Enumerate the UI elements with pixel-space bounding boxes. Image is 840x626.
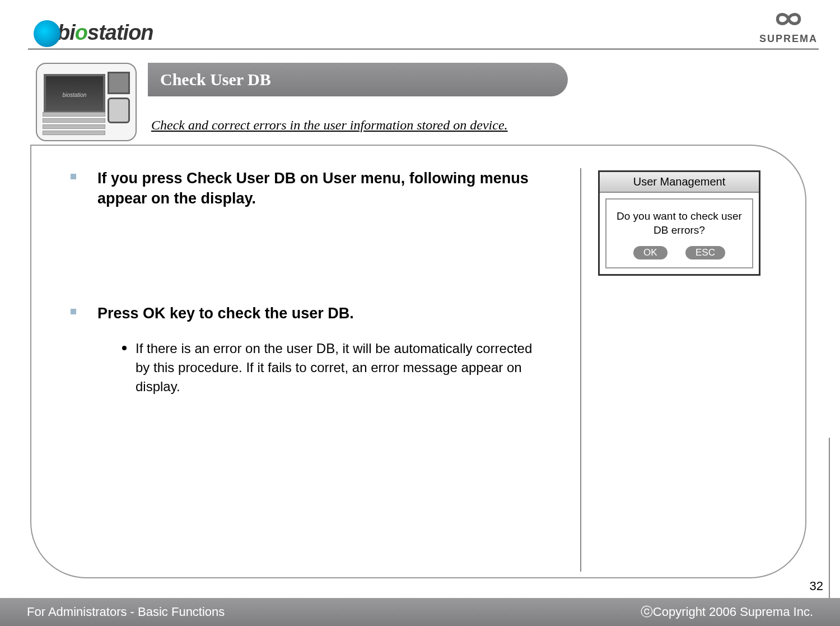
dot-bullet-icon [122, 346, 127, 350]
sub-bullet-2-1-text: If there is an error on the user DB, it … [136, 339, 541, 396]
dialog-title: User Management [600, 172, 759, 193]
logo-part-green: o [75, 21, 87, 44]
bullet-2: Press OK key to check the user DB. [71, 303, 541, 323]
dialog-message: Do you want to check user DB errors? [611, 210, 748, 237]
infinity-icon [767, 8, 810, 30]
suprema-logo: SUPREMA [759, 8, 818, 45]
content-box: If you press Check User DB on User menu,… [30, 145, 806, 578]
vertical-divider [580, 168, 581, 572]
page-number-divider [829, 438, 830, 598]
square-bullet-icon [71, 309, 76, 314]
left-column: If you press Check User DB on User menu,… [71, 168, 563, 555]
page-title: Check User DB [148, 63, 568, 96]
square-bullet-icon [71, 174, 76, 179]
swirl-icon [34, 20, 60, 47]
footer: For Administrators - Basic Functions ⓒCo… [0, 598, 840, 626]
esc-button[interactable]: ESC [685, 246, 725, 259]
device-thumb-label: biostation [46, 92, 103, 98]
device-thumbnail: biostation [36, 63, 137, 141]
footer-right: ⓒCopyright 2006 Suprema Inc. [641, 604, 813, 620]
sensor-icon [108, 72, 130, 94]
right-column: User Management Do you want to check use… [598, 168, 777, 555]
bullet-1: If you press Check User DB on User menu,… [71, 168, 541, 209]
fingerprint-icon [108, 98, 130, 123]
header-divider [28, 48, 819, 50]
user-management-dialog: User Management Do you want to check use… [598, 170, 760, 276]
ok-button[interactable]: OK [633, 246, 668, 259]
logo-part3: station [87, 21, 153, 44]
bullet-1-text: If you press Check User DB on User menu,… [97, 168, 541, 209]
biostation-wordmark: biostation [57, 21, 153, 45]
subtitle: Check and correct errors in the user inf… [151, 118, 508, 133]
bullet-2-text: Press OK key to check the user DB. [97, 303, 354, 323]
page-number: 32 [810, 579, 823, 593]
sub-bullet-2-1: If there is an error on the user DB, it … [122, 339, 541, 396]
footer-left: For Administrators - Basic Functions [27, 605, 225, 619]
header: biostation SUPREMA [0, 0, 840, 45]
title-text: Check User DB [160, 70, 271, 89]
biostation-logo: biostation [34, 20, 153, 45]
suprema-text: SUPREMA [759, 33, 818, 45]
